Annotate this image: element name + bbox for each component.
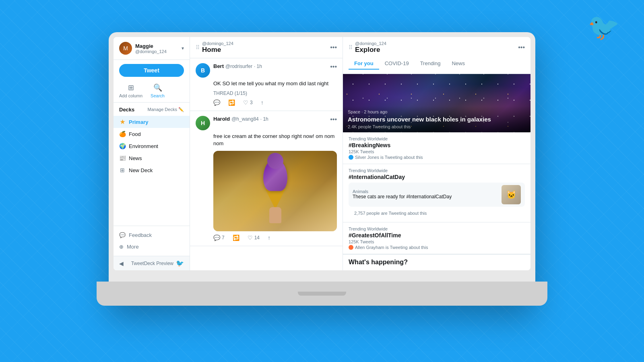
reply-icon: 💬	[213, 99, 220, 106]
tweet-user-info-harold: Harold @h_wang84 · 1h	[213, 116, 268, 122]
trending-hashtag-goat: #GreatestOfAllTime	[349, 232, 525, 239]
trending-tweets-breaking: 125K Tweets	[349, 149, 525, 154]
trending-item-cat-day[interactable]: Trending Worldwide #InternationalCatDay …	[343, 164, 530, 222]
trending-item-goat[interactable]: Trending Worldwide #GreatestOfAllTime 12…	[343, 222, 530, 254]
like-action-harold[interactable]: ♡ 14	[248, 234, 260, 241]
tweet-time-bert: · 1h	[254, 64, 262, 69]
hand-visual	[269, 207, 281, 223]
tweet-actions-bert: 💬 🔁 ♡ 3 ↑	[213, 99, 337, 106]
news-icon: 📰	[119, 155, 126, 161]
author-dot-goat	[349, 245, 353, 250]
tab-trending[interactable]: Trending	[415, 58, 446, 70]
collapse-arrow-icon[interactable]: ◀	[119, 260, 124, 267]
retweet-action-harold[interactable]: 🔁	[233, 234, 239, 241]
explore-header-top: ⠿ @domingo_124 Explore •••	[349, 41, 525, 54]
home-column-username: @domingo_124	[202, 41, 233, 46]
tweet-item-harold[interactable]: H Harold @h_wang84 · 1h •••	[190, 111, 343, 246]
manage-decks-link[interactable]: Manage Decks ✏️	[148, 107, 184, 112]
chevron-down-icon[interactable]: ▾	[182, 45, 184, 51]
like-icon: ♡	[243, 99, 248, 106]
like-action-bert[interactable]: ♡ 3	[243, 99, 253, 106]
share-icon: ↑	[261, 99, 264, 106]
reply-action-bert[interactable]: 💬	[213, 99, 220, 106]
retweet-icon: 🔁	[228, 99, 235, 106]
tweet-image-harold	[213, 151, 337, 231]
like-icon-harold: ♡	[248, 234, 253, 241]
home-column: ⠿ @domingo_124 Home ••• B	[190, 37, 343, 270]
tweetdeck-preview-bar: ◀ TweetDeck Preview 🐦	[114, 256, 190, 270]
animal-card-category: Animals	[353, 189, 498, 194]
like-count-bert: 3	[250, 100, 253, 105]
tweet-thread-label-bert: THREAD (1/15)	[213, 90, 337, 96]
tweet-display-name-bert: Bert	[213, 63, 224, 69]
news-hero-category: Space · 2 hours ago	[348, 109, 526, 114]
tweet-header-harold: H Harold @h_wang84 · 1h •••	[196, 116, 337, 130]
tweet-more-icon-bert[interactable]: •••	[330, 63, 337, 70]
tweet-header-bert: B Bert @rodrisurfer · 1h •••	[196, 63, 337, 78]
deck-label-news: News	[129, 155, 142, 161]
deck-label-food: Food	[129, 131, 141, 137]
trending-author-text-goat: Allen Grayham is Tweeting about this	[355, 245, 428, 250]
animal-news-card: Animals These cats are ready for #Intern…	[349, 183, 525, 207]
share-icon-harold: ↑	[268, 234, 270, 241]
deck-item-new[interactable]: ⊞ New Deck	[114, 164, 190, 176]
trending-item-breaking-news[interactable]: Trending Worldwide #BreakingNews 125K Tw…	[343, 132, 530, 164]
feedback-icon: 💬	[119, 232, 126, 238]
author-dot-breaking	[349, 155, 353, 160]
more-item[interactable]: ⊕ More	[114, 241, 190, 253]
tweet-item-bert[interactable]: B Bert @rodrisurfer · 1h •••	[190, 58, 343, 111]
sidebar-actions: ⊞ Add column 🔍 Search	[114, 81, 190, 103]
sidebar-header: M Maggie @domingo_124 ▾	[114, 37, 190, 60]
tab-news[interactable]: News	[446, 58, 471, 70]
trending-author-goat: Allen Grayham is Tweeting about this	[349, 245, 525, 250]
tab-for-you[interactable]: For you	[349, 58, 379, 70]
laptop-notch	[298, 292, 346, 296]
animal-card-text: Animals These cats are ready for #Intern…	[353, 189, 498, 200]
deck-item-food[interactable]: 🍊 Food	[114, 128, 190, 140]
explore-column-menu-icon[interactable]: •••	[518, 44, 525, 51]
decks-section: Decks Manage Decks ✏️ ★ Primary 🍊 Food	[114, 103, 190, 226]
animal-card-title: These cats are ready for #InternationalC…	[353, 194, 498, 200]
search-action[interactable]: 🔍 Search	[151, 83, 165, 98]
decks-header: Decks Manage Decks ✏️	[114, 107, 190, 116]
home-column-content: B Bert @rodrisurfer · 1h •••	[190, 58, 343, 270]
column-drag-handle-icon: ⠿	[196, 44, 200, 51]
tweet-handle-harold: @h_wang84	[231, 116, 259, 122]
home-column-menu-icon[interactable]: •••	[330, 44, 337, 51]
feedback-item[interactable]: 💬 Feedback	[114, 229, 190, 241]
trending-people-catday: 2,757 people are Tweeting about this	[349, 208, 525, 218]
user-info: M Maggie @domingo_124	[119, 42, 167, 55]
explore-tabs: For you COVID-19 Trending News	[349, 58, 525, 70]
retweet-action-bert[interactable]: 🔁	[228, 99, 235, 106]
explore-column-username: @domingo_124	[355, 41, 386, 46]
deck-item-environment[interactable]: 🌍 Environment	[114, 140, 190, 152]
user-avatar: M	[119, 42, 132, 55]
home-column-header: ⠿ @domingo_124 Home •••	[190, 37, 343, 58]
deck-item-primary[interactable]: ★ Primary	[114, 116, 190, 128]
add-column-action[interactable]: ⊞ Add column	[119, 83, 142, 98]
tweet-more-icon-harold[interactable]: •••	[330, 116, 337, 123]
user-names: Maggie @domingo_124	[135, 43, 167, 54]
environment-icon: 🌍	[119, 143, 126, 149]
tweet-user-row-bert: B Bert @rodrisurfer · 1h	[196, 63, 262, 78]
trending-tweets-goat: 125K Tweets	[349, 239, 525, 244]
share-action-bert[interactable]: ↑	[261, 99, 264, 106]
news-hero-card[interactable]: Space · 2 hours ago Astronomers uncover …	[343, 74, 530, 132]
deck-item-news[interactable]: 📰 News	[114, 152, 190, 164]
tweet-button[interactable]: Tweet	[119, 64, 184, 77]
whats-happening-title: What's happening?	[349, 259, 408, 265]
share-action-harold[interactable]: ↑	[268, 234, 270, 241]
trending-label-catday: Trending Worldwide	[349, 168, 525, 173]
like-count-harold: 14	[254, 235, 260, 241]
explore-content: Space · 2 hours ago Astronomers uncover …	[343, 74, 530, 270]
tweetdeck-app: M Maggie @domingo_124 ▾ Tweet ⊞	[114, 37, 530, 270]
user-display-name: Maggie	[135, 43, 167, 49]
animal-card-image: 🐱	[502, 185, 521, 204]
deck-label-primary: Primary	[129, 119, 148, 125]
search-icon: 🔍	[153, 83, 162, 92]
explore-column-title: Explore	[355, 46, 386, 54]
tab-covid19[interactable]: COVID-19	[379, 58, 415, 70]
trending-label-breaking: Trending Worldwide	[349, 136, 525, 141]
laptop-screen: M Maggie @domingo_124 ▾ Tweet ⊞	[114, 37, 530, 270]
reply-action-harold[interactable]: 💬 7	[213, 234, 225, 241]
